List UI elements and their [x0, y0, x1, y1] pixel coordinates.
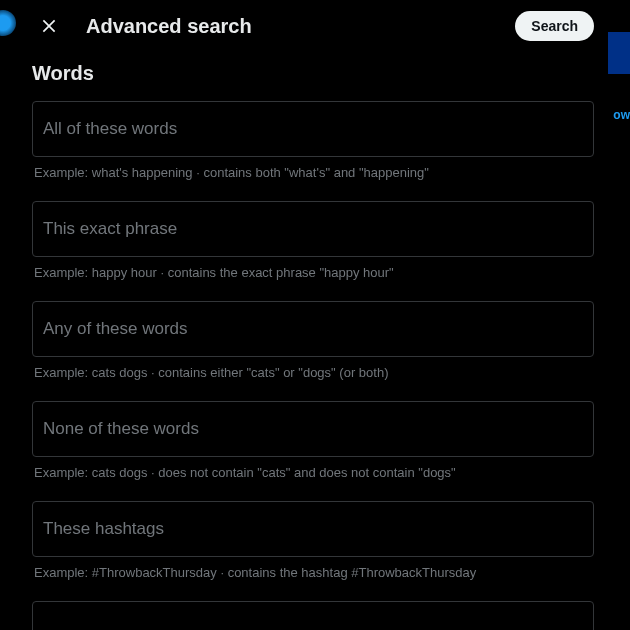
field-hint: Example: cats dogs · contains either "ca… — [32, 365, 594, 381]
close-button[interactable] — [32, 9, 66, 43]
field-hint: Example: #ThrowbackThursday · contains t… — [32, 565, 594, 581]
field-all-words: All of these words Example: what's happe… — [32, 101, 594, 181]
field-label: Any of these words — [43, 318, 583, 340]
field-label — [43, 618, 583, 630]
field-label: This exact phrase — [43, 218, 583, 240]
field-exact-phrase: This exact phrase Example: happy hour · … — [32, 201, 594, 281]
field-label: These hashtags — [43, 518, 583, 540]
section-heading-words: Words — [32, 52, 594, 101]
field-hint: Example: cats dogs · does not contain "c… — [32, 465, 594, 481]
hashtags-input[interactable]: These hashtags — [32, 501, 594, 557]
background-link-fragment: ow — [613, 108, 630, 122]
field-hint: Example: happy hour · contains the exact… — [32, 265, 594, 281]
search-button[interactable]: Search — [515, 11, 594, 41]
exact-phrase-input[interactable]: This exact phrase — [32, 201, 594, 257]
background-right-column: ow — [608, 0, 630, 630]
close-icon — [39, 16, 59, 36]
all-words-input[interactable]: All of these words — [32, 101, 594, 157]
field-label: None of these words — [43, 418, 583, 440]
field-hint: Example: what's happening · contains bot… — [32, 165, 594, 181]
modal-body[interactable]: Words All of these words Example: what's… — [18, 52, 608, 630]
modal-title: Advanced search — [86, 15, 495, 38]
field-label: All of these words — [43, 118, 583, 140]
background-thumbnail — [608, 32, 630, 74]
advanced-search-modal: Advanced search Search Words All of thes… — [18, 0, 608, 630]
field-none-words: None of these words Example: cats dogs ·… — [32, 401, 594, 481]
modal-header: Advanced search Search — [18, 0, 608, 52]
none-words-input[interactable]: None of these words — [32, 401, 594, 457]
field-any-words: Any of these words Example: cats dogs · … — [32, 301, 594, 381]
next-input-partial[interactable] — [32, 601, 594, 630]
field-hashtags: These hashtags Example: #ThrowbackThursd… — [32, 501, 594, 581]
any-words-input[interactable]: Any of these words — [32, 301, 594, 357]
background-left-column — [0, 0, 18, 630]
field-next-partial — [32, 601, 594, 630]
background-avatar — [0, 10, 16, 36]
